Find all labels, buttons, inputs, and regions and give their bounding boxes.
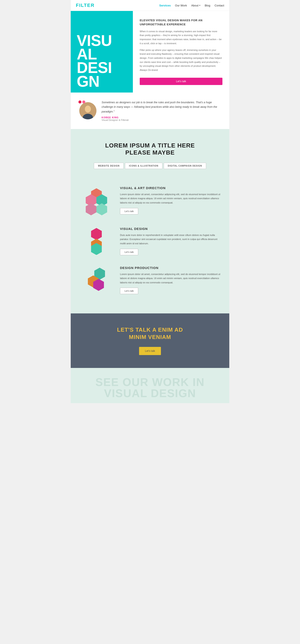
- footer-teaser-line2: VISUAL DESIGN: [79, 388, 221, 399]
- cta-section: LET'S TALK A ENIM AD MINIM VENIAM Let's …: [71, 314, 229, 368]
- nav-our-work[interactable]: Our Work: [175, 4, 187, 7]
- section-main-title: LOREM IPSUM A TITLE HERE PLEASE MAYBE: [79, 142, 221, 156]
- tab-icons-illustration[interactable]: ICONS & ILLUSTRATION: [125, 163, 162, 169]
- footer-teaser-line1: SEE OUR WORK IN: [79, 376, 221, 388]
- service-info-design-production: DESIGN PRODUCTION Lorem ipsum dolor sit …: [120, 266, 221, 294]
- service-title-1: VISUAL & ART DIRECTION: [120, 186, 221, 190]
- logo[interactable]: FILTER: [76, 2, 95, 8]
- footer-teaser: SEE OUR WORK IN VISUAL DESIGN: [71, 368, 229, 403]
- tab-digital-campaign[interactable]: DIGITAL CAMPAIGN DESIGN: [164, 163, 206, 169]
- svg-marker-7: [96, 203, 107, 215]
- hero-body1: When it comes to visual design, marketin…: [140, 30, 222, 46]
- svg-marker-9: [91, 228, 102, 240]
- hero-left: VISU AL DESI GN: [71, 11, 133, 92]
- quote-text: Sometimes as designers our job is to bre…: [102, 100, 221, 114]
- hero-title: VISU AL DESI GN: [77, 34, 112, 88]
- avatar: [79, 102, 96, 119]
- hex-stack-icon: [86, 227, 107, 255]
- service-card-visual-art: VISUAL & ART DIRECTION Lorem ipsum dolor…: [79, 186, 221, 216]
- hero-section: VISU AL DESI GN ELEVATED VISUAL DESIGN M…: [71, 11, 229, 92]
- service-card-design-production: DESIGN PRODUCTION Lorem ipsum dolor sit …: [79, 266, 221, 294]
- service-icon-visual-art: [79, 186, 114, 216]
- services-section: VISUAL & ART DIRECTION Lorem ipsum dolor…: [71, 178, 229, 314]
- quote-content: Sometimes as designers our job is to bre…: [102, 100, 221, 121]
- hero-body2: Filter picks up where your agency leaves…: [140, 48, 222, 72]
- svg-point-3: [85, 106, 91, 112]
- service-info-visual-art: VISUAL & ART DIRECTION Lorem ipsum dolor…: [120, 186, 221, 214]
- middle-section: LOREM IPSUM A TITLE HERE PLEASE MAYBE WE…: [71, 129, 229, 178]
- avatar-image: [79, 102, 96, 119]
- header: FILTER Services Our Work About ▾ Blog Co…: [71, 0, 229, 11]
- service-title-3: DESIGN PRODUCTION: [120, 266, 221, 270]
- svg-marker-8: [86, 203, 96, 215]
- nav-blog[interactable]: Blog: [205, 4, 210, 7]
- quote-author-title: Visual Designer & Filterati: [102, 119, 221, 121]
- service-text-2: Duis aute irure dolor in reprehenderit i…: [120, 233, 221, 246]
- tab-website-design[interactable]: WEBSITE DESIGN: [94, 163, 124, 169]
- service-icon-visual-design: [79, 227, 114, 255]
- hero-cta-button[interactable]: Let's talk: [140, 78, 222, 85]
- hex-cluster-icon-2: [85, 266, 108, 292]
- nav: Services Our Work About ▾ Blog Contact: [159, 4, 224, 7]
- nav-about[interactable]: About ▾: [191, 4, 200, 7]
- nav-contact[interactable]: Contact: [214, 4, 224, 7]
- quote-avatar-wrap: [79, 102, 96, 119]
- hero-right: ELEVATED VISUAL DESIGN MAKES FOR AN UNFO…: [133, 11, 229, 92]
- hero-subtitle: ELEVATED VISUAL DESIGN MAKES FOR AN UNFO…: [140, 18, 222, 26]
- chevron-down-icon: ▾: [199, 4, 200, 6]
- service-icon-design-production: [79, 266, 114, 292]
- dot-red: [78, 100, 81, 104]
- service-card-visual-design: VISUAL DESIGN Duis aute irure dolor in r…: [79, 227, 221, 255]
- tab-row: WEBSITE DESIGN ICONS & ILLUSTRATION DIGI…: [79, 163, 221, 169]
- cta-title: LET'S TALK A ENIM AD MINIM VENIAM: [79, 326, 221, 341]
- nav-services[interactable]: Services: [159, 4, 171, 7]
- quote-dots: [78, 100, 85, 104]
- service-text-1: Lorem ipsum dolor sit amet, consectetur …: [120, 192, 221, 205]
- quote-section: Sometimes as designers our job is to bre…: [71, 92, 229, 129]
- quote-author-name: KOBEE KING: [102, 116, 221, 119]
- service-cta-1[interactable]: Let's talk: [120, 208, 138, 214]
- hex-cluster-icon-1: [83, 186, 110, 216]
- service-info-visual-design: VISUAL DESIGN Duis aute irure dolor in r…: [120, 227, 221, 255]
- service-text-3: Lorem ipsum dolor sit amet, consectetur …: [120, 272, 221, 285]
- service-cta-3[interactable]: Let's talk: [120, 288, 138, 294]
- service-cta-2[interactable]: Let's talk: [120, 249, 138, 255]
- dot-pink: [82, 100, 85, 104]
- cta-button[interactable]: Let's talk: [139, 347, 161, 355]
- service-title-2: VISUAL DESIGN: [120, 227, 221, 230]
